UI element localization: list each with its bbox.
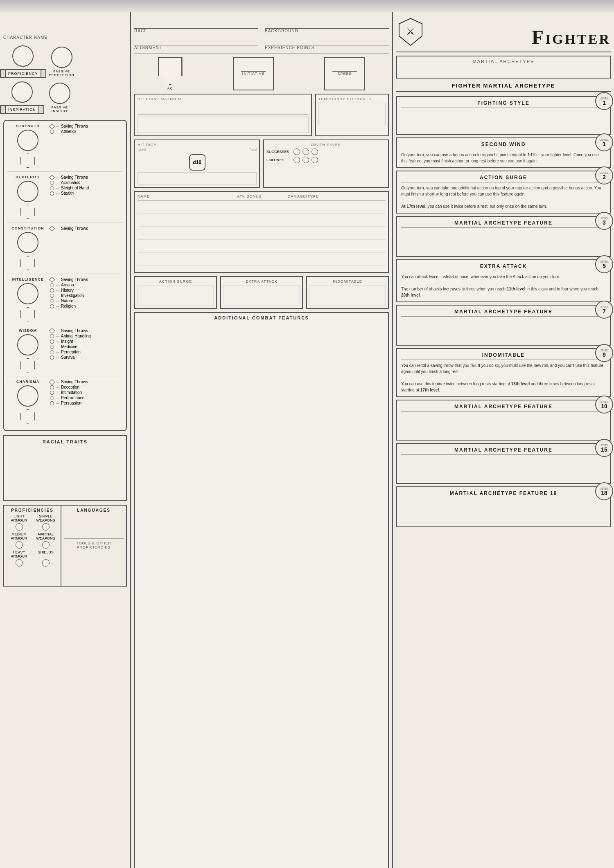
passive-perception-circle[interactable] xyxy=(51,47,72,68)
religion-circle[interactable] xyxy=(50,304,54,308)
strength-score[interactable] xyxy=(17,130,38,151)
attack-row-1[interactable] xyxy=(138,200,386,214)
arcana-circle[interactable] xyxy=(50,283,54,287)
initiative-input[interactable] xyxy=(241,60,266,72)
martial-arch-3-content[interactable] xyxy=(401,230,606,253)
martial-arch-7-content[interactable] xyxy=(401,319,606,342)
race-input[interactable] xyxy=(134,19,258,29)
hp-temp-input[interactable] xyxy=(318,103,386,125)
inspiration-circle[interactable] xyxy=(11,81,33,103)
fighting-style-content[interactable] xyxy=(401,110,606,131)
martial-arch-15-content[interactable] xyxy=(401,457,606,480)
fighting-style-title: Fighting Style xyxy=(401,100,606,108)
persuasion-circle[interactable] xyxy=(50,401,54,405)
failure-circle-1[interactable] xyxy=(293,157,300,163)
acrobatics-circle[interactable] xyxy=(50,181,54,185)
martial-weapons-circle[interactable] xyxy=(42,541,50,549)
intelligence-mod[interactable] xyxy=(20,307,35,322)
attack-row-3[interactable] xyxy=(138,227,386,240)
passive-insight-circle[interactable] xyxy=(49,83,70,104)
dex-saving-throw-diamond[interactable] xyxy=(49,174,55,180)
alignment-input[interactable] xyxy=(134,36,258,45)
second-wind-card: Level 1 Second Wind On your turn, you ca… xyxy=(396,137,611,168)
attack-row-2[interactable] xyxy=(138,214,386,227)
hp-current-input[interactable] xyxy=(138,117,309,133)
wis-saving-throw-diamond[interactable] xyxy=(49,328,55,333)
racial-traits-content[interactable] xyxy=(7,446,123,487)
intelligence-score[interactable] xyxy=(17,283,38,304)
action-surge-card: Level 2 Action Surge On your turn, you c… xyxy=(396,171,611,214)
stat-charisma: Charisma — Saving Throws — xyxy=(7,380,123,427)
constitution-mod[interactable] xyxy=(20,256,35,270)
failure-circle-2[interactable] xyxy=(302,157,309,163)
ac-value[interactable] xyxy=(158,57,183,85)
sleight-of-hand-circle[interactable] xyxy=(50,186,54,190)
combat-features-row: Action Surge Extra Attack Indomitable xyxy=(134,276,389,309)
dexterity-score[interactable] xyxy=(17,181,38,202)
tools-content[interactable] xyxy=(64,549,124,570)
athletics-circle[interactable] xyxy=(50,130,54,134)
character-name-input[interactable] xyxy=(3,24,127,35)
cha-saving-throw-diamond[interactable] xyxy=(49,379,55,385)
shields-circle[interactable] xyxy=(42,559,50,567)
languages-content[interactable] xyxy=(64,514,124,539)
speed-input[interactable] xyxy=(332,60,357,72)
indomitable-card: Level 9 Indomitable You can reroll a sav… xyxy=(396,348,611,397)
extra-attack-content[interactable] xyxy=(223,285,300,306)
animal-handling-circle[interactable] xyxy=(50,334,54,338)
success-circle-1[interactable] xyxy=(293,148,300,155)
indomitable-content[interactable] xyxy=(309,285,386,306)
fighter-title: Fighter xyxy=(425,26,611,48)
investigation-circle[interactable] xyxy=(50,294,54,298)
action-surge-content[interactable] xyxy=(138,285,214,306)
martial-arch-3-title: Martial Archetype Feature xyxy=(401,220,606,228)
hit-dice-type[interactable]: d10 xyxy=(189,154,205,171)
simple-weapons-circle[interactable] xyxy=(42,523,50,531)
charisma-score[interactable] xyxy=(17,385,38,407)
martial-arch-18-content[interactable] xyxy=(401,501,606,523)
stealth-circle[interactable] xyxy=(50,191,54,196)
damage-type-label: Damage/Type xyxy=(288,194,386,198)
martial-arch-10-title: Martial Archetype Feature xyxy=(401,404,606,412)
additional-combat-content[interactable] xyxy=(138,322,386,465)
proficiency-circle[interactable] xyxy=(12,45,34,67)
constitution-score[interactable] xyxy=(17,232,38,253)
failure-circle-3[interactable] xyxy=(312,157,318,163)
hit-dice-used-boxes[interactable] xyxy=(138,172,257,184)
wisdom-score[interactable] xyxy=(17,334,38,355)
martial-archetype-input[interactable] xyxy=(401,65,606,75)
survival-circle[interactable] xyxy=(50,355,54,360)
strength-mod[interactable] xyxy=(20,153,35,168)
perception-circle[interactable] xyxy=(50,350,54,354)
medium-armour-circle[interactable] xyxy=(16,541,23,549)
wisdom-mod[interactable] xyxy=(20,358,35,373)
performance-circle[interactable] xyxy=(50,396,54,400)
deception-circle[interactable] xyxy=(50,385,54,389)
con-saving-throw-diamond[interactable] xyxy=(49,225,55,231)
xp-input[interactable] xyxy=(265,36,389,45)
int-saving-throw-diamond[interactable] xyxy=(49,277,55,282)
intimidation-circle[interactable] xyxy=(50,391,54,395)
history-circle[interactable] xyxy=(50,288,54,292)
martial-arch-10-content[interactable] xyxy=(401,414,606,436)
dexterity-mod[interactable] xyxy=(20,205,35,219)
insight-circle[interactable] xyxy=(50,340,54,344)
saving-throw-diamond[interactable] xyxy=(49,123,55,129)
nature-circle[interactable] xyxy=(50,299,54,303)
success-circle-3[interactable] xyxy=(312,148,318,155)
hp-max-input[interactable] xyxy=(138,103,309,115)
languages-label: Languages xyxy=(64,508,124,513)
charisma-mod[interactable] xyxy=(20,409,35,424)
background-input[interactable] xyxy=(265,19,389,29)
attack-row-4[interactable] xyxy=(138,240,386,253)
martial-archetype-feature-18: Level 18 Martial Archetype Feature 18 xyxy=(396,486,611,527)
martial-arch-18-title: Martial Archetype Feature 18 xyxy=(401,490,606,498)
success-circle-2[interactable] xyxy=(302,148,309,155)
heavy-armour-circle[interactable] xyxy=(16,559,23,567)
attack-row-5[interactable] xyxy=(138,253,386,266)
martial-arch-7-level-badge: Level 7 xyxy=(595,301,613,319)
alignment-label: Alignment xyxy=(134,45,258,50)
light-armour-circle[interactable] xyxy=(16,523,23,531)
medicine-circle[interactable] xyxy=(50,345,54,349)
additional-combat-section: Additional Combat Features xyxy=(134,312,389,868)
